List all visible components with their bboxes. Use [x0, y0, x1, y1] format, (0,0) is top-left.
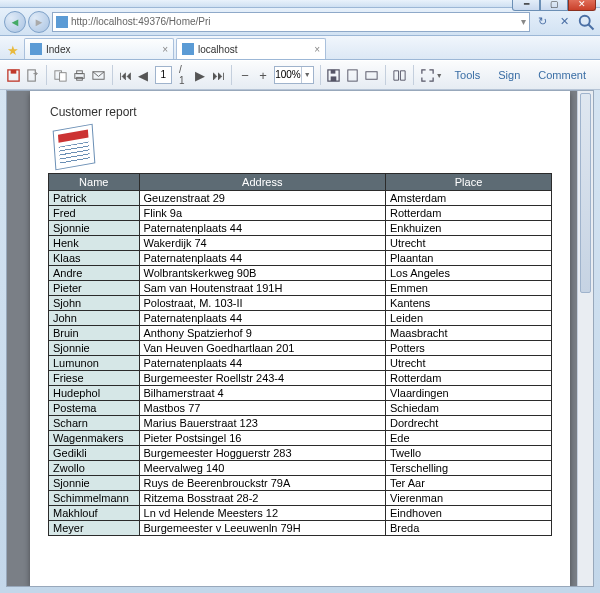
cell-name: Bruin	[49, 326, 140, 341]
browser-tab[interactable]: Index×	[24, 38, 174, 59]
pdf-page: Customer report Name Address Place Patri…	[30, 91, 570, 586]
nav-forward-button[interactable]: ►	[28, 11, 50, 33]
table-row: PatrickGeuzenstraat 29Amsterdam	[49, 191, 552, 206]
cell-place: Amsterdam	[386, 191, 552, 206]
cell-address: Van Heuven Goedhartlaan 201	[139, 341, 385, 356]
cell-address: Sam van Houtenstraat 191H	[139, 281, 385, 296]
sign-link[interactable]: Sign	[490, 66, 528, 84]
page-number-input[interactable]: 1	[155, 66, 172, 84]
nav-back-button[interactable]: ◄	[4, 11, 26, 33]
table-row: ZwolloMeervalweg 140Terschelling	[49, 461, 552, 476]
table-row: SchimmelmannRitzema Bosstraat 28-2Vieren…	[49, 491, 552, 506]
zoom-out-button[interactable]: −	[238, 64, 252, 86]
cell-address: Paternatenplaats 44	[139, 221, 385, 236]
pdf-toolbar: ⏮ ◀ 1 / 1 ▶ ⏭ − + 100%▼ ▼ Tools Sign Com…	[0, 60, 600, 90]
cell-address: Pieter Postsingel 16	[139, 431, 385, 446]
table-row: LumunonPaternatenplaats 44Utrecht	[49, 356, 552, 371]
zoom-select[interactable]: 100%▼	[274, 66, 314, 84]
col-name: Name	[49, 174, 140, 191]
comment-link[interactable]: Comment	[530, 66, 594, 84]
cell-place: Dordrecht	[386, 416, 552, 431]
table-row: SjohnPolostraat, M. 103-IIKantens	[49, 296, 552, 311]
print-button[interactable]	[72, 64, 87, 86]
fit-page-button[interactable]	[345, 64, 360, 86]
cell-name: Friese	[49, 371, 140, 386]
tab-label: Index	[46, 44, 70, 55]
cell-address: Meervalweg 140	[139, 461, 385, 476]
address-bar[interactable]: http://localhost:49376/Home/Pri ▾	[52, 12, 530, 32]
refresh-button[interactable]: ↻	[532, 12, 552, 32]
cell-place: Kantens	[386, 296, 552, 311]
page-next-button[interactable]: ▶	[193, 64, 207, 86]
cell-address: Bilhamerstraat 4	[139, 386, 385, 401]
chevron-down-icon[interactable]: ▼	[436, 72, 443, 79]
cell-name: Henk	[49, 236, 140, 251]
cell-place: Ede	[386, 431, 552, 446]
browser-tab[interactable]: localhost×	[176, 38, 326, 59]
read-mode-button[interactable]	[392, 64, 407, 86]
table-row: AndreWolbrantskerkweg 90BLos Angeles	[49, 266, 552, 281]
window-maximize-button[interactable]: ▢	[540, 0, 568, 11]
dropdown-icon[interactable]: ▾	[521, 16, 526, 27]
page-prev-button[interactable]: ◀	[136, 64, 150, 86]
email-button[interactable]	[91, 64, 106, 86]
table-row: KlaasPaternatenplaats 44Plaantan	[49, 251, 552, 266]
cell-name: Sjohn	[49, 296, 140, 311]
cell-address: Burgemeester Roellstr 243-4	[139, 371, 385, 386]
cell-place: Plaantan	[386, 251, 552, 266]
table-row: FrieseBurgemeester Roellstr 243-4Rotterd…	[49, 371, 552, 386]
table-row: SjonnieRuys de Beerenbrouckstr 79ATer Aa…	[49, 476, 552, 491]
cell-name: Fred	[49, 206, 140, 221]
table-row: PostemaMastbos 77Schiedam	[49, 401, 552, 416]
cell-place: Terschelling	[386, 461, 552, 476]
window-minimize-button[interactable]: ━	[512, 0, 540, 11]
page-total-label: / 1	[176, 64, 189, 86]
scrollbar-thumb[interactable]	[580, 93, 591, 293]
vertical-scrollbar[interactable]	[577, 91, 593, 586]
cell-address: Paternatenplaats 44	[139, 311, 385, 326]
cell-name: Wagenmakers	[49, 431, 140, 446]
cell-name: Makhlouf	[49, 506, 140, 521]
cell-name: Klaas	[49, 251, 140, 266]
page-first-button[interactable]: ⏮	[118, 64, 132, 86]
table-row: JohnPaternatenplaats 44Leiden	[49, 311, 552, 326]
fullscreen-button[interactable]	[420, 64, 435, 86]
cell-address: Flink 9a	[139, 206, 385, 221]
cell-address: Paternatenplaats 44	[139, 356, 385, 371]
cell-name: Zwollo	[49, 461, 140, 476]
table-row: HudepholBilhamerstraat 4Vlaardingen	[49, 386, 552, 401]
report-icon	[48, 125, 104, 171]
search-button[interactable]	[576, 12, 596, 32]
table-row: HenkWakerdijk 74Utrecht	[49, 236, 552, 251]
stop-button[interactable]: ✕	[554, 12, 574, 32]
cell-name: Pieter	[49, 281, 140, 296]
fit-width-button[interactable]	[364, 64, 379, 86]
cell-address: Ritzema Bosstraat 28-2	[139, 491, 385, 506]
cell-address: Mastbos 77	[139, 401, 385, 416]
col-address: Address	[139, 174, 385, 191]
svg-point-0	[580, 15, 590, 25]
export-pdf-button[interactable]	[25, 64, 40, 86]
tab-close-icon[interactable]: ×	[162, 44, 168, 55]
cell-name: Schimmelmann	[49, 491, 140, 506]
tab-close-icon[interactable]: ×	[314, 44, 320, 55]
svg-rect-13	[331, 69, 336, 73]
zoom-in-button[interactable]: +	[256, 64, 270, 86]
table-row: SjonniePaternatenplaats 44Enkhuizen	[49, 221, 552, 236]
save-button[interactable]	[326, 64, 341, 86]
page-last-button[interactable]: ⏭	[211, 64, 225, 86]
svg-line-1	[589, 24, 594, 29]
cell-name: Meyer	[49, 521, 140, 536]
cell-place: Rotterdam	[386, 371, 552, 386]
cell-place: Rotterdam	[386, 206, 552, 221]
tools-link[interactable]: Tools	[447, 66, 489, 84]
save-pdf-button[interactable]	[6, 64, 21, 86]
cell-place: Twello	[386, 446, 552, 461]
window-close-button[interactable]: ✕	[568, 0, 596, 11]
favorites-button[interactable]: ★	[4, 41, 22, 59]
cell-name: Gedikli	[49, 446, 140, 461]
cell-place: Potters	[386, 341, 552, 356]
convert-button[interactable]	[53, 64, 68, 86]
svg-rect-4	[28, 69, 36, 80]
table-row: GedikliBurgemeester Hogguerstr 283Twello	[49, 446, 552, 461]
